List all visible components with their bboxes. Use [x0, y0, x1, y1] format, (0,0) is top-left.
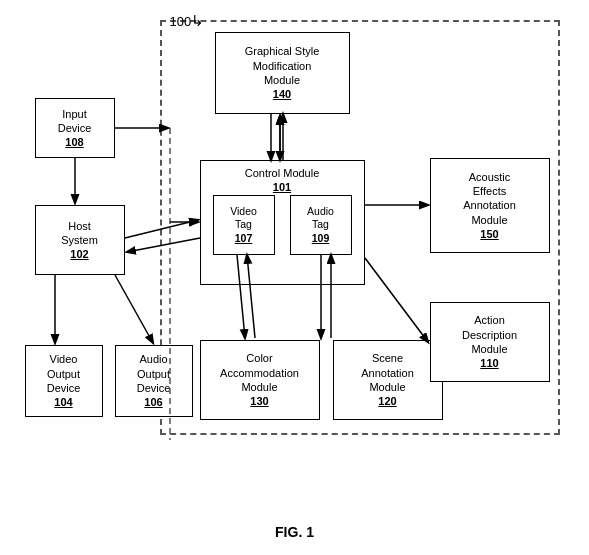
video-output-label: VideoOutputDevice: [47, 352, 81, 395]
video-tag-num: 107: [235, 232, 253, 246]
action-description-box: ActionDescriptionModule 110: [430, 302, 550, 382]
video-tag-box: VideoTag 107: [213, 195, 275, 255]
host-system-label: HostSystem: [61, 219, 98, 248]
host-system-num: 102: [70, 247, 88, 261]
control-module-label: Control Module: [245, 166, 320, 180]
scene-annotation-box: SceneAnnotationModule 120: [333, 340, 443, 420]
action-description-num: 110: [480, 356, 498, 370]
svg-line-2: [115, 275, 153, 343]
graphical-style-box: Graphical StyleModificationModule 140: [215, 32, 350, 114]
input-device-label: InputDevice: [58, 107, 92, 136]
video-output-box: VideoOutputDevice 104: [25, 345, 103, 417]
audio-output-num: 106: [144, 395, 162, 409]
input-device-box: InputDevice 108: [35, 98, 115, 158]
audio-tag-box: AudioTag 109: [290, 195, 352, 255]
input-device-num: 108: [65, 135, 83, 149]
diagram: 100↳ InputDevice 108 HostSystem 102 Vide…: [15, 10, 575, 520]
action-description-label: ActionDescriptionModule: [462, 313, 517, 356]
acoustic-effects-box: AcousticEffectsAnnotationModule 150: [430, 158, 550, 253]
host-system-box: HostSystem 102: [35, 205, 125, 275]
system-label: 100↳: [170, 12, 205, 30]
fig-label: FIG. 1: [275, 524, 314, 540]
video-tag-label: VideoTag: [230, 205, 257, 232]
acoustic-effects-label: AcousticEffectsAnnotationModule: [463, 170, 516, 227]
audio-output-box: AudioOutputDevice 106: [115, 345, 193, 417]
audio-output-label: AudioOutputDevice: [137, 352, 171, 395]
color-accommodation-num: 130: [250, 394, 268, 408]
scene-annotation-label: SceneAnnotationModule: [361, 351, 414, 394]
color-accommodation-box: ColorAccommodationModule 130: [200, 340, 320, 420]
graphical-style-label: Graphical StyleModificationModule: [245, 44, 320, 87]
graphical-style-num: 140: [273, 87, 291, 101]
acoustic-effects-num: 150: [480, 227, 498, 241]
audio-tag-label: AudioTag: [307, 205, 334, 232]
scene-annotation-num: 120: [378, 394, 396, 408]
color-accommodation-label: ColorAccommodationModule: [220, 351, 299, 394]
video-output-num: 104: [54, 395, 72, 409]
audio-tag-num: 109: [312, 232, 330, 246]
control-module-num: 101: [273, 180, 291, 194]
